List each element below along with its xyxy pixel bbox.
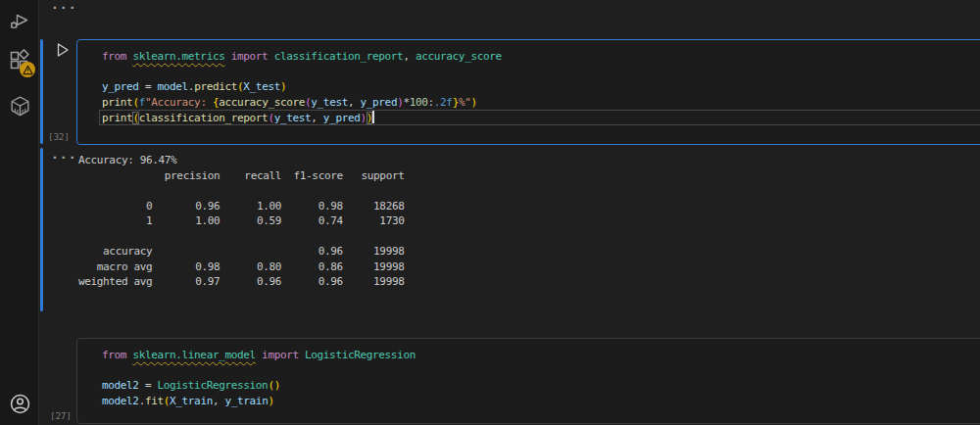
code-token: sklearn.linear_model: [132, 349, 255, 361]
code-token: model: [157, 80, 187, 93]
code-token: ,: [348, 96, 361, 109]
code-token: import: [262, 349, 299, 361]
output-line: weighted avg 0.97 0.96 0.96 19998: [78, 274, 404, 290]
activity-bar: [0, 0, 39, 425]
code-line[interactable]: y_pred = model.predict(X_test): [102, 79, 980, 95]
output-line: 1 1.00 0.59 0.74 1730: [78, 213, 404, 229]
output-focus-bar: [40, 148, 43, 311]
person-in-circle-glyph: [8, 392, 32, 416]
code-line[interactable]: from sklearn.metrics import classificati…: [102, 49, 980, 65]
code-editor[interactable]: from sklearn.metrics import classificati…: [77, 40, 980, 125]
output-line: precision recall f1-score support: [78, 168, 404, 184]
code-token: LogisticRegression: [157, 379, 268, 392]
cell-focus-bar: [40, 39, 43, 144]
cell-output-text: Accuracy: 96.47% precision recall f1-sco…: [78, 153, 404, 290]
package-icon[interactable]: [0, 86, 39, 125]
code-token: y_test: [311, 96, 348, 109]
code-token: classification_report: [139, 112, 269, 124]
code-token: =: [139, 379, 158, 392]
code-token: X_train: [170, 395, 213, 407]
code-token: ,: [213, 395, 225, 407]
code-token: %": [459, 96, 471, 109]
code-token: model2: [102, 379, 139, 392]
code-token: predict: [194, 80, 237, 93]
3d-cube-glyph: [8, 94, 32, 118]
code-token: fit: [145, 395, 164, 407]
warning-badge: [20, 62, 35, 77]
code-line[interactable]: from sklearn.linear_model import Logisti…: [102, 348, 980, 363]
run-cell-button[interactable]: [54, 41, 72, 59]
code-token: classification_report: [274, 50, 404, 63]
code-token: accuracy_score: [219, 96, 305, 109]
code-token: y_train: [225, 395, 269, 407]
code-token: 100: [410, 96, 428, 109]
code-line[interactable]: [102, 65, 980, 80]
output-line: [78, 229, 404, 245]
code-token: ,: [311, 112, 323, 124]
code-token: print: [102, 96, 132, 109]
code-line[interactable]: print(f"Accuracy: {accuracy_score(y_test…: [102, 95, 980, 111]
output-line: accuracy 0.96 19998: [78, 244, 404, 260]
code-token: y_pred: [323, 112, 361, 124]
code-token: print: [102, 112, 132, 124]
text-cursor: [372, 111, 374, 123]
code-token: y_test: [274, 112, 312, 124]
code-line[interactable]: print(classification_report(y_test, y_pr…: [99, 110, 980, 125]
output-line: 0 0.96 1.00 0.98 18268: [78, 199, 404, 214]
execution-count: [27]: [50, 410, 72, 421]
code-token: from: [102, 349, 126, 361]
code-token: sklearn.metrics: [132, 50, 224, 63]
code-editor[interactable]: from sklearn.linear_model import Logisti…: [77, 339, 980, 408]
vscode-notebook-window: ··· from sklearn.metrics import classifi…: [0, 0, 980, 425]
output-line: Accuracy: 96.47%: [78, 153, 404, 168]
code-token: y_pred: [102, 80, 139, 93]
extensions-icon[interactable]: [0, 41, 39, 80]
code-token: accuracy_score: [416, 50, 502, 63]
code-token: ): [361, 112, 367, 124]
code-line[interactable]: [102, 363, 980, 379]
output-line: [78, 183, 404, 199]
play-icon: [54, 41, 72, 59]
code-line[interactable]: model2.fit(X_train, y_train): [102, 394, 980, 409]
warning-triangle-icon: [23, 65, 33, 75]
output-actions-ellipsis[interactable]: ···: [51, 150, 76, 165]
code-cell[interactable]: from sklearn.metrics import classificati…: [76, 39, 980, 145]
code-token: model2: [102, 395, 139, 407]
cell-actions-ellipsis[interactable]: ···: [51, 0, 76, 15]
code-token: .2f: [434, 96, 453, 109]
code-token: ): [274, 379, 280, 392]
code-token: ): [268, 395, 273, 407]
play-with-bug-glyph: [8, 10, 31, 33]
code-token: X_test: [243, 80, 280, 93]
code-token: =: [139, 80, 158, 93]
code-cell[interactable]: from sklearn.linear_model import Logisti…: [76, 338, 980, 424]
code-token: "Accuracy:: [145, 96, 213, 109]
code-token: from: [102, 50, 126, 63]
code-line[interactable]: model2 = LogisticRegression(): [102, 378, 980, 394]
code-token: ): [280, 80, 286, 93]
code-token: ): [470, 96, 476, 109]
account-icon[interactable]: [0, 384, 39, 423]
execution-count: [32]: [48, 131, 70, 142]
code-token: ,: [403, 50, 416, 63]
code-token: import: [231, 50, 269, 63]
code-token: y_pred: [361, 96, 398, 109]
code-token: LogisticRegression: [305, 349, 416, 361]
run-and-debug-icon[interactable]: [0, 2, 39, 41]
output-line: macro avg 0.98 0.80 0.86 19998: [78, 260, 404, 275]
